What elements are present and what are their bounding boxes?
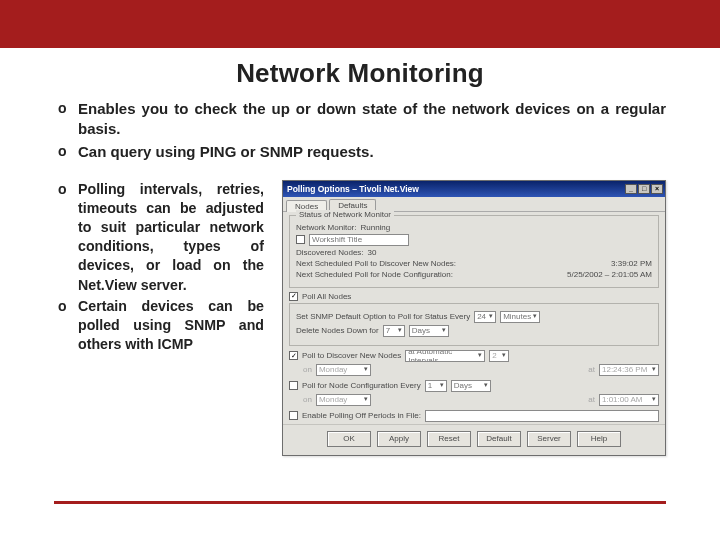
config-on-label: on: [303, 395, 312, 404]
server-button[interactable]: Server: [527, 431, 571, 447]
config-unit[interactable]: Days: [451, 380, 491, 392]
help-button[interactable]: Help: [577, 431, 621, 447]
page-title: Network Monitoring: [0, 58, 720, 89]
poll-all-label: Poll All Nodes: [302, 292, 351, 301]
ok-button[interactable]: OK: [327, 431, 371, 447]
list-item: Enables you to check the up or down stat…: [54, 99, 666, 140]
list-item: Can query using PING or SNMP requests.: [54, 142, 666, 162]
delete-nodes-label: Delete Nodes Down for: [296, 326, 379, 335]
config-label: Poll for Node Configuration Every: [302, 381, 421, 390]
slide-footer-rule: [54, 501, 666, 504]
status-groupbox: Status of Network Monitor Network Monito…: [289, 215, 659, 288]
offperiods-file-field[interactable]: [425, 410, 659, 422]
discover-at-label: at: [588, 365, 595, 374]
apply-button[interactable]: Apply: [377, 431, 421, 447]
left-column: Polling intervals, retries, timeouts can…: [54, 180, 264, 357]
list-item: Polling intervals, retries, timeouts can…: [54, 180, 264, 295]
maximize-button[interactable]: □: [638, 184, 650, 194]
config-on-day[interactable]: Monday: [316, 394, 371, 406]
discover-label: Poll to Discover New Nodes: [302, 351, 401, 360]
config-at-time[interactable]: 1:01:00 AM: [599, 394, 659, 406]
list-item: Certain devices can be polled using SNMP…: [54, 297, 264, 355]
workshift-checkbox[interactable]: [296, 235, 305, 244]
next-poll-config-label: Next Scheduled Poll for Node Configurati…: [296, 270, 453, 279]
discover-checkbox[interactable]: ✓: [289, 351, 298, 360]
discover-on-label: on: [303, 365, 312, 374]
left-bullet-list: Polling intervals, retries, timeouts can…: [54, 180, 264, 355]
close-button[interactable]: ×: [651, 184, 663, 194]
next-poll-config-value: 5/25/2002 – 2:01:05 AM: [567, 270, 652, 279]
config-at-label: at: [588, 395, 595, 404]
window-controls: _ □ ×: [625, 184, 663, 194]
default-button[interactable]: Default: [477, 431, 521, 447]
workshift-title-field[interactable]: Workshift Title: [309, 234, 409, 246]
discover-interval-mode[interactable]: at Automatic Intervals: [405, 350, 485, 362]
delete-nodes-unit[interactable]: Days: [409, 325, 449, 337]
next-poll-discover-value: 3:39:02 PM: [611, 259, 652, 268]
status-interval-field[interactable]: 24: [474, 311, 496, 323]
status-legend: Status of Network Monitor: [296, 210, 394, 219]
dialog-titlebar[interactable]: Polling Options – Tivoli Net.View _ □ ×: [283, 181, 665, 197]
minimize-button[interactable]: _: [625, 184, 637, 194]
status-label: Network Monitor:: [296, 223, 356, 232]
set-default-label: Set SNMP Default Option to Poll for Stat…: [296, 312, 470, 321]
reset-button[interactable]: Reset: [427, 431, 471, 447]
slide-top-bar: [0, 0, 720, 48]
dialog-button-row: OK Apply Reset Default Server Help: [283, 424, 665, 455]
content-area: Enables you to check the up or down stat…: [0, 99, 720, 456]
status-interval-unit[interactable]: Minutes: [500, 311, 540, 323]
top-bullet-list: Enables you to check the up or down stat…: [54, 99, 666, 162]
config-num[interactable]: 1: [425, 380, 447, 392]
offperiods-checkbox[interactable]: [289, 411, 298, 420]
delete-nodes-num[interactable]: 7: [383, 325, 405, 337]
offperiods-label: Enable Polling Off Periods in File:: [302, 411, 421, 420]
dialog-title-text: Polling Options – Tivoli Net.View: [287, 184, 419, 194]
discovered-value: 30: [368, 248, 377, 257]
poll-all-checkbox[interactable]: ✓: [289, 292, 298, 301]
polling-options-dialog: Polling Options – Tivoli Net.View _ □ × …: [282, 180, 666, 456]
poll-all-groupbox: Set SNMP Default Option to Poll for Stat…: [289, 303, 659, 346]
config-checkbox[interactable]: [289, 381, 298, 390]
discover-on-day[interactable]: Monday: [316, 364, 371, 376]
discover-at-time[interactable]: 12:24:36 PM: [599, 364, 659, 376]
discovered-label: Discovered Nodes:: [296, 248, 364, 257]
next-poll-discover-label: Next Scheduled Poll to Discover New Node…: [296, 259, 456, 268]
discover-interval-num[interactable]: 2: [489, 350, 509, 362]
status-value: Running: [360, 223, 390, 232]
two-column-area: Polling intervals, retries, timeouts can…: [54, 180, 666, 456]
